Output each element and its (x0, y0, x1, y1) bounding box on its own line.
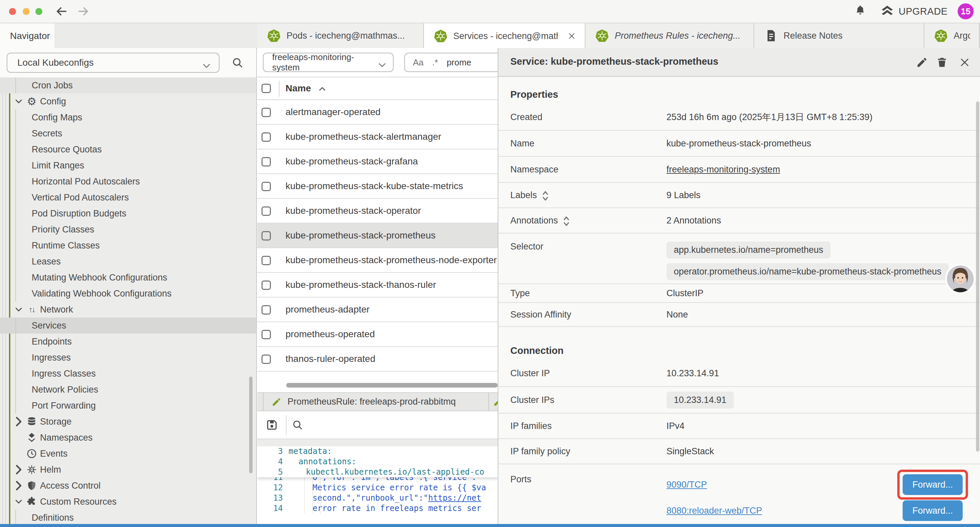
table-row[interactable]: kube-prometheus-stack-prometheus-node-ex… (257, 248, 498, 273)
sidebar-item-secrets[interactable]: Secrets (0, 126, 256, 142)
editor-search-icon[interactable] (292, 419, 303, 431)
table-row[interactable]: prometheus-adapter (257, 298, 498, 322)
regex-toggle[interactable]: .* (432, 57, 438, 68)
kubeconfig-select[interactable]: Local Kubeconfigs (7, 53, 220, 73)
namespace-link[interactable]: freeleaps-monitoring-system (667, 164, 780, 175)
sidebar-item-ingresses[interactable]: Ingresses (0, 350, 256, 366)
table-row[interactable]: kube-prometheus-stack-alertmanager (257, 125, 498, 150)
sidebar-item-events[interactable]: Events (0, 446, 256, 462)
detail-row-ip-family-policy: IP family policySingleStack (498, 439, 980, 464)
sidebar-item-network[interactable]: ↑↓Network (0, 301, 256, 318)
sidebar-item-endpoints[interactable]: Endpoints (0, 334, 256, 350)
close-window-button[interactable] (9, 8, 16, 15)
delete-trash-icon[interactable] (936, 56, 948, 68)
close-tab-icon[interactable] (567, 32, 576, 40)
user-avatar[interactable] (944, 263, 976, 295)
tab-argo-se[interactable]: Argo Se (924, 23, 980, 48)
chevron-right-icon[interactable] (15, 482, 23, 490)
sidebar-item-services[interactable]: Services (0, 318, 256, 334)
chevron-right-icon[interactable] (15, 466, 23, 474)
tab-prometheus-rules-icecheng[interactable]: Prometheus Rules - icecheng... (585, 23, 754, 48)
port-link[interactable]: 8080:reloader-web/TCP (667, 506, 762, 516)
match-case-toggle[interactable]: Aa (413, 57, 424, 68)
sidebar-item-definitions[interactable]: Definitions (0, 509, 256, 524)
select-all-checkbox[interactable] (261, 84, 271, 93)
table-row[interactable]: thanos-ruler-operated (257, 347, 498, 372)
notifications-bell-icon[interactable] (854, 5, 866, 18)
sidebar-item-namespaces[interactable]: Namespaces (0, 430, 256, 446)
table-row[interactable]: prometheus-operated (257, 322, 498, 347)
forward-arrow-icon[interactable] (77, 5, 89, 18)
sidebar-item-access-control[interactable]: Access Control (0, 478, 256, 494)
table-row[interactable]: alertmanager-operated (257, 100, 498, 125)
sidebar-item-ingress-classes[interactable]: Ingress Classes (0, 366, 256, 382)
chevron-down-icon[interactable] (15, 306, 23, 314)
row-checkbox[interactable] (261, 132, 271, 142)
sidebar-item-resource-quotas[interactable]: Resource Quotas (0, 142, 256, 158)
table-row[interactable]: kube-prometheus-stack-kube-state-metrics (257, 174, 498, 199)
name-column-header[interactable]: Name (286, 83, 326, 94)
table-row[interactable]: kube-prometheus-stack-grafana (257, 150, 498, 174)
horizontal-scrollbar[interactable] (286, 383, 498, 388)
sidebar-item-mutating-webhook-configurations[interactable]: Mutating Webhook Configurations (0, 269, 256, 285)
forward-button[interactable]: Forward... (903, 474, 963, 495)
row-checkbox[interactable] (261, 182, 271, 191)
sidebar-item-helm[interactable]: HELMHelm (0, 462, 256, 478)
port-link[interactable]: 9090/TCP (667, 480, 707, 490)
sidebar-item-runtime-classes[interactable]: Runtime Classes (0, 237, 256, 253)
table-row[interactable]: kube-prometheus-stack-thanos-ruler (257, 273, 498, 298)
row-checkbox[interactable] (261, 207, 271, 216)
row-checkbox[interactable] (261, 108, 271, 117)
tab-navigator[interactable]: Navigator (0, 23, 54, 49)
edit-pencil-icon[interactable] (916, 56, 928, 68)
editor-tab-prometheusrule[interactable]: PrometheusRule: freeleaps-prod-rabbitmq (263, 393, 489, 411)
sidebar-item-limit-ranges[interactable]: Limit Ranges (0, 158, 256, 174)
expand-collapse-icon[interactable] (563, 215, 570, 226)
row-checkbox[interactable] (261, 157, 271, 166)
chevron-down-icon[interactable] (15, 498, 23, 506)
upgrade-button[interactable]: UPGRADE (881, 5, 948, 18)
sidebar-item-validating-webhook-configurations[interactable]: Validating Webhook Configurations (0, 285, 256, 301)
sidebar-item-pod-disruption-budgets[interactable]: Pod Disruption Budgets (0, 205, 256, 221)
sidebar-item-storage[interactable]: Storage (0, 414, 256, 430)
sidebar-scrollbar[interactable] (249, 377, 253, 473)
table-row[interactable]: kube-prometheus-stack-operator (257, 199, 498, 223)
sidebar-item-leases[interactable]: Leases (0, 253, 256, 269)
sidebar-item-config-maps[interactable]: Config Maps (0, 110, 256, 126)
namespace-select[interactable]: freeleaps-monitoring-system (263, 53, 394, 72)
gear-icon: ⚙ (26, 96, 37, 107)
chevron-down-icon[interactable] (15, 97, 23, 105)
forward-button[interactable]: Forward... (903, 500, 963, 521)
sidebar-item-port-forwarding[interactable]: Port Forwarding (0, 398, 256, 414)
row-checkbox[interactable] (261, 305, 271, 315)
sidebar-item-vertical-pod-autoscalers[interactable]: Vertical Pod Autoscalers (0, 189, 256, 205)
editor-tab-partial[interactable] (490, 393, 498, 411)
maximize-window-button[interactable] (35, 8, 42, 15)
sidebar-item-cron-jobs[interactable]: Cron Jobs (0, 77, 256, 93)
sidebar-item-horizontal-pod-autoscalers[interactable]: Horizontal Pod Autoscalers (0, 174, 256, 189)
row-checkbox[interactable] (261, 355, 271, 364)
resource-search-input[interactable]: Aa .* prome (404, 53, 498, 72)
panel-scrollbar[interactable] (976, 101, 979, 452)
sidebar-search-icon[interactable] (231, 57, 243, 69)
sidebar-item-config[interactable]: ⚙Config (0, 93, 256, 110)
yaml-editor[interactable]: 3metadata:4annotations:5kubectl.kubernet… (257, 446, 498, 524)
chevron-right-icon[interactable] (15, 417, 23, 426)
table-row[interactable]: kube-prometheus-stack-prometheus (257, 223, 498, 248)
row-checkbox[interactable] (261, 280, 271, 290)
tab-release-notes[interactable]: Release Notes (754, 23, 924, 48)
row-checkbox[interactable] (261, 231, 271, 240)
tab-pods-icecheng-mathmas[interactable]: Pods - icecheng@mathmas... (257, 23, 424, 48)
row-checkbox[interactable] (261, 256, 271, 265)
close-icon[interactable] (959, 56, 970, 68)
expand-collapse-icon[interactable] (542, 190, 549, 200)
sidebar-item-custom-resources[interactable]: Custom Resources (0, 494, 256, 509)
sidebar-item-network-policies[interactable]: Network Policies (0, 382, 256, 398)
row-checkbox[interactable] (261, 330, 271, 339)
notification-count-badge[interactable]: 15 (958, 3, 974, 19)
minimize-window-button[interactable] (23, 8, 30, 15)
sidebar-item-priority-classes[interactable]: Priority Classes (0, 221, 256, 237)
back-arrow-icon[interactable] (56, 5, 67, 18)
save-icon[interactable] (266, 419, 278, 431)
tab-services-icecheng-math[interactable]: Services - icecheng@math... (424, 23, 585, 49)
